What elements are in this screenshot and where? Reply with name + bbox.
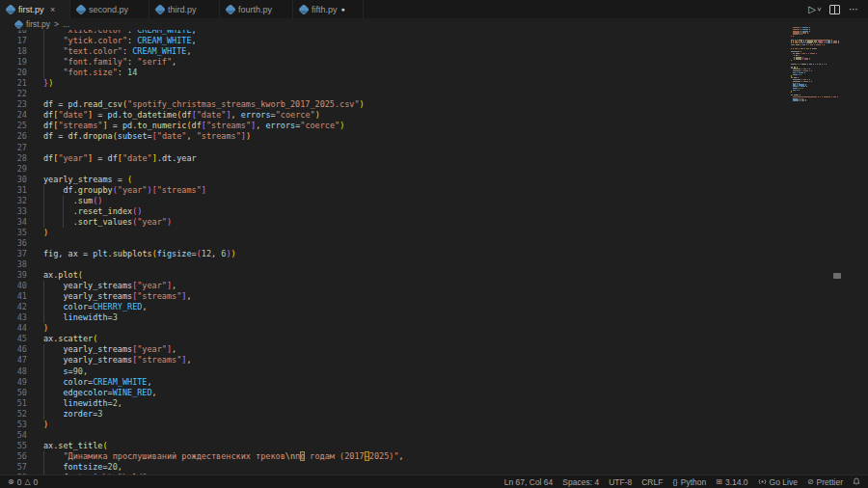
code-line[interactable]: 45ax.scatter( xyxy=(0,334,868,344)
code-line[interactable]: 28df["year"] = df["date"].dt.year xyxy=(0,153,868,164)
code-line[interactable]: 47yearly_streams["streams"], xyxy=(0,355,868,366)
code-line[interactable]: 49color=CREAM_WHITE, xyxy=(0,377,868,388)
code-line[interactable]: 34.sort_values("year") xyxy=(0,217,868,228)
line-number: 26 xyxy=(0,131,37,142)
cursor-position[interactable]: Ln 67, Col 64 xyxy=(504,477,554,487)
line-content: linewidth=2, xyxy=(37,398,868,409)
code-line[interactable]: 25df["streams"] = pd.to_numeric(df["stre… xyxy=(0,121,868,131)
code-line[interactable]: 21}) xyxy=(0,78,868,89)
notifications-button[interactable] xyxy=(853,477,860,486)
code-line[interactable]: 17"ytick.color": CREAM_WHITE, xyxy=(0,36,868,46)
code-line[interactable]: 32.sum() xyxy=(0,196,868,206)
line-number: 29 xyxy=(0,164,37,175)
run-dropdown-chevron-icon[interactable]: > xyxy=(815,7,822,11)
tab-label: second.py xyxy=(89,5,128,14)
code-line[interactable]: 31df.groupby("year")["streams"] xyxy=(0,185,868,196)
code-line[interactable]: 46yearly_streams["year"], xyxy=(0,344,868,355)
code-line[interactable]: 42color=CHERRY_RED, xyxy=(0,302,868,312)
code-line[interactable]: 52zorder=3 xyxy=(0,409,868,420)
eol-setting[interactable]: CRLF xyxy=(641,477,663,487)
line-content: color=CHERRY_RED, xyxy=(37,302,868,312)
breadcrumb: first.py > ... xyxy=(0,18,868,30)
code-line[interactable]: 56"Динамика прослушиваний рождественских… xyxy=(0,451,868,462)
code-line[interactable]: 18"text.color": CREAM_WHITE, xyxy=(0,46,868,57)
split-editor-button[interactable] xyxy=(829,5,840,14)
code-line[interactable]: 51linewidth=2, xyxy=(0,398,868,409)
code-line[interactable]: 20"font.size": 14 xyxy=(0,68,868,78)
line-number: 33 xyxy=(0,206,37,217)
code-line[interactable]: 54 xyxy=(0,430,868,441)
tab-first-py[interactable]: first.py× xyxy=(0,0,70,18)
tab-label: fifth.py xyxy=(312,5,338,14)
run-python-file-button[interactable]: ▷ > xyxy=(808,4,821,14)
code-line[interactable]: 50edgecolor=WINE_RED, xyxy=(0,388,868,398)
problems-button[interactable]: ⊗ 0 △ 0 xyxy=(8,477,38,487)
language-mode[interactable]: {} Python xyxy=(672,477,706,487)
tab-fifth-py[interactable]: fifth.py● xyxy=(293,0,364,18)
code-line[interactable]: 43linewidth=3 xyxy=(0,312,868,323)
tab-fourth-py[interactable]: fourth.py xyxy=(220,0,293,18)
line-number: 54 xyxy=(0,430,37,441)
tab-spacer xyxy=(132,5,142,14)
code-editor[interactable]: 16"xtick.color": CREAM_WHITE,17"ytick.co… xyxy=(0,30,868,474)
go-live-button[interactable]: Go Live xyxy=(758,477,798,487)
encoding-setting[interactable]: UTF-8 xyxy=(609,477,632,487)
code-line[interactable]: 27 xyxy=(0,143,868,153)
line-number: 23 xyxy=(0,99,37,110)
code-line[interactable]: 24df["date"] = pd.to_datetime(df["date"]… xyxy=(0,110,868,121)
tab-third-py[interactable]: third.py xyxy=(149,0,220,18)
code-line[interactable]: 33.reset_index() xyxy=(0,206,868,217)
code-line[interactable]: 41yearly_streams["streams"], xyxy=(0,291,868,302)
line-content: color=CREAM_WHITE, xyxy=(37,377,868,388)
status-bar: ⊗ 0 △ 0 Ln 67, Col 64 Spaces: 4 UTF-8 CR… xyxy=(0,474,868,488)
warning-count: 0 xyxy=(34,477,39,487)
code-line[interactable]: 40yearly_streams["year"], xyxy=(0,281,868,291)
line-number: 43 xyxy=(0,312,37,323)
circle-slash-icon: ⊘ xyxy=(807,478,814,486)
minimap[interactable] xyxy=(791,27,839,101)
tab-second-py[interactable]: second.py xyxy=(70,0,149,18)
code-line[interactable]: 53) xyxy=(0,420,868,430)
code-line[interactable]: 22 xyxy=(0,89,868,99)
tab-bar: first.py×second.py third.py fourth.py fi… xyxy=(0,0,868,18)
indentation-setting[interactable]: Spaces: 4 xyxy=(562,477,599,487)
code-line[interactable]: 30yearly_streams = ( xyxy=(0,175,868,185)
code-line[interactable]: 57fontsize=20, xyxy=(0,462,868,473)
code-line[interactable]: 35) xyxy=(0,228,868,238)
prettier-status[interactable]: ⊘ Prettier xyxy=(807,477,843,487)
code-line[interactable]: 38 xyxy=(0,259,868,270)
tab-label: third.py xyxy=(168,5,197,14)
line-number: 42 xyxy=(0,302,37,312)
breadcrumb-file[interactable]: first.py xyxy=(26,19,50,29)
warning-icon: △ xyxy=(24,478,30,486)
more-actions-button[interactable]: ⋯ xyxy=(849,4,858,14)
close-tab-icon[interactable]: × xyxy=(48,5,58,14)
line-content: df["date"] = pd.to_datetime(df["date"], … xyxy=(37,110,868,121)
broadcast-icon xyxy=(758,477,767,486)
line-content xyxy=(37,89,868,99)
python-interpreter[interactable]: ⊞ 3.14.0 xyxy=(716,477,747,487)
code-line[interactable]: 23df = pd.read_csv("spotify_christmas_st… xyxy=(0,99,868,110)
code-line[interactable]: 48s=90, xyxy=(0,366,868,377)
line-content: yearly_streams["streams"], xyxy=(37,355,868,366)
code-line[interactable]: 36 xyxy=(0,238,868,249)
code-line[interactable]: 44) xyxy=(0,323,868,334)
line-number: 32 xyxy=(0,196,37,206)
line-content: ax.plot( xyxy=(37,270,868,281)
editor-actions: ▷ > ⋯ xyxy=(799,0,868,18)
code-line[interactable]: 26df = df.dropna(subset=["date", "stream… xyxy=(0,131,868,142)
line-content: df = pd.read_csv("spotify_christmas_stre… xyxy=(37,99,868,110)
line-content xyxy=(37,259,868,270)
line-number: 47 xyxy=(0,355,37,366)
code-line[interactable]: 19"font.family": "serif", xyxy=(0,57,868,68)
breadcrumb-symbol[interactable]: ... xyxy=(63,19,69,29)
line-number: 20 xyxy=(0,68,37,78)
modified-dot-icon[interactable]: ● xyxy=(341,6,345,13)
python-file-icon xyxy=(14,19,24,29)
code-line[interactable]: 55ax.set_title( xyxy=(0,441,868,451)
line-number: 49 xyxy=(0,377,37,388)
line-number: 17 xyxy=(0,36,37,46)
code-line[interactable]: 37fig, ax = plt.subplots(figsize=(12, 6)… xyxy=(0,249,868,259)
code-line[interactable]: 39ax.plot( xyxy=(0,270,868,281)
code-line[interactable]: 29 xyxy=(0,164,868,175)
